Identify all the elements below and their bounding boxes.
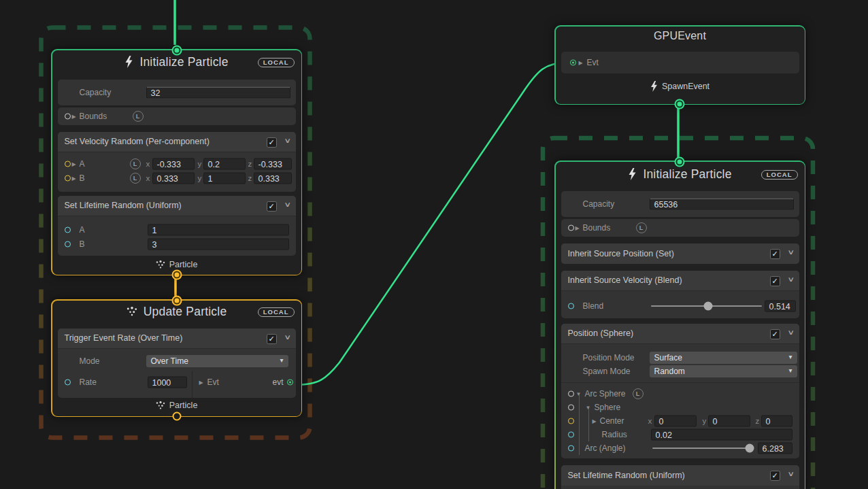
bounds-block: ▶ Bounds L xyxy=(561,219,799,237)
row-label: B xyxy=(80,239,85,249)
x-input[interactable]: 0.333 xyxy=(152,173,195,184)
flow-input-port[interactable] xyxy=(173,297,180,304)
float-port[interactable] xyxy=(65,241,71,248)
edge-evt-to-gpuevent[interactable] xyxy=(294,63,567,385)
node-initialize-particle-right[interactable]: Initialize Particle LOCAL Capacity 65536… xyxy=(554,161,805,489)
vector-port[interactable] xyxy=(65,175,71,182)
float-port[interactable] xyxy=(568,431,574,437)
space-local-icon[interactable]: L xyxy=(133,111,144,122)
space-local-icon[interactable]: L xyxy=(130,173,141,184)
blend-slider-handle[interactable] xyxy=(704,301,713,310)
block-header[interactable]: Inherit Source Position (Set) ✓ ∨ xyxy=(561,243,799,264)
axis-y-label: y xyxy=(703,417,707,425)
radius-input[interactable]: 0.02 xyxy=(651,428,792,440)
block-header[interactable]: Set Velocity Random (Per-component) ✓ ∨ xyxy=(58,132,296,152)
local-badge: LOCAL xyxy=(258,307,295,318)
expander-down-icon[interactable]: ▼ xyxy=(586,404,591,410)
chevron-down-icon[interactable]: ∨ xyxy=(787,470,795,477)
arc-sphere-row: ▼ Arc Sphere L xyxy=(561,387,799,401)
flow-output-port[interactable] xyxy=(173,271,180,278)
blend-slider[interactable] xyxy=(651,305,762,307)
particle-output-label: Particle xyxy=(52,260,301,271)
vector-port[interactable] xyxy=(65,161,71,167)
local-badge: LOCAL xyxy=(258,58,295,68)
expander-icon[interactable]: ▶ xyxy=(72,175,76,182)
block-header[interactable]: Set Lifetime Random (Uniform) ✓ ∨ xyxy=(58,196,296,216)
divider xyxy=(561,382,799,383)
expander-icon[interactable]: ▶ xyxy=(72,113,76,119)
chevron-down-icon[interactable]: ∨ xyxy=(787,275,795,283)
expander-icon[interactable]: ▶ xyxy=(72,161,76,167)
spawn-mode-dropdown[interactable]: Random ▾ xyxy=(650,365,797,377)
expander-down-icon[interactable]: ▼ xyxy=(576,390,582,397)
block-header[interactable]: Inherit Source Velocity (Blend) ✓ ∨ xyxy=(561,271,799,291)
enabled-checkbox[interactable]: ✓ xyxy=(770,329,780,339)
z-input[interactable]: -0.333 xyxy=(254,158,292,170)
space-local-icon[interactable]: L xyxy=(636,222,647,233)
float-port[interactable] xyxy=(568,445,574,451)
flow-output-port[interactable] xyxy=(172,411,181,420)
expander-icon[interactable]: ▶ xyxy=(575,224,580,231)
rate-input[interactable]: 1000 xyxy=(148,376,187,388)
capacity-input[interactable]: 32 xyxy=(146,86,290,98)
node-gpuevent[interactable]: GPUEvent ▶ Evt SpawnEvent xyxy=(554,25,805,105)
enabled-checkbox[interactable]: ✓ xyxy=(267,201,277,212)
arcsphere-port[interactable] xyxy=(568,390,574,397)
float-port[interactable] xyxy=(568,303,574,309)
enabled-checkbox[interactable]: ✓ xyxy=(770,249,780,259)
chevron-down-icon[interactable]: ∨ xyxy=(284,333,291,341)
chevron-down-icon[interactable]: ∨ xyxy=(787,328,795,336)
bounds-port[interactable] xyxy=(568,224,574,231)
enabled-checkbox[interactable]: ✓ xyxy=(267,334,277,344)
z-input[interactable]: 0 xyxy=(761,415,792,426)
a-input[interactable]: 1 xyxy=(148,224,289,236)
arc-input[interactable]: 6.283 xyxy=(758,442,792,454)
z-input[interactable]: 0.333 xyxy=(254,173,292,184)
b-input[interactable]: 3 xyxy=(148,239,289,250)
enabled-checkbox[interactable]: ✓ xyxy=(267,137,277,148)
sphere-port[interactable] xyxy=(568,404,574,410)
position-sphere-block: Position (Sphere) ✓ ∨ Position Mode Surf… xyxy=(561,324,799,458)
block-header[interactable]: Set Lifetime Random (Uniform) ✓ ∨ xyxy=(561,465,799,486)
chevron-down-icon[interactable]: ∨ xyxy=(284,137,291,144)
x-input[interactable]: -0.333 xyxy=(152,158,195,170)
y-input[interactable]: 0 xyxy=(708,415,750,426)
arc-slider[interactable] xyxy=(652,448,753,449)
evt-output-port[interactable] xyxy=(287,379,293,385)
space-local-icon[interactable]: L xyxy=(130,158,141,169)
enabled-checkbox[interactable]: ✓ xyxy=(770,471,780,481)
y-input[interactable]: 1 xyxy=(203,173,246,184)
lightning-icon xyxy=(650,81,658,92)
vector-port[interactable] xyxy=(568,418,574,424)
capacity-input[interactable]: 65536 xyxy=(650,198,794,209)
block-header[interactable]: Position (Sphere) ✓ ∨ xyxy=(561,324,799,344)
evt-input-port[interactable] xyxy=(570,59,576,65)
y-input[interactable]: 0.2 xyxy=(203,158,246,170)
mode-dropdown[interactable]: Over Time ▾ xyxy=(146,355,288,367)
node-update-particle[interactable]: Update Particle LOCAL Trigger Event Rate… xyxy=(51,299,302,417)
x-input[interactable]: 0 xyxy=(654,415,697,426)
block-header[interactable]: Trigger Event Rate (Over Time) ✓ ∨ xyxy=(58,328,296,349)
chevron-down-icon[interactable]: ∨ xyxy=(284,201,291,208)
float-port[interactable] xyxy=(65,227,71,233)
position-mode-dropdown[interactable]: Surface ▾ xyxy=(650,352,797,364)
particle-icon xyxy=(156,260,165,269)
space-local-icon[interactable]: L xyxy=(633,388,644,399)
rate-row: Rate 1000 ▶ Evt evt xyxy=(58,373,296,391)
vfx-graph-canvas[interactable]: { "glyphs": { "check": "✓", "chevron": "… xyxy=(0,0,868,489)
expander-icon[interactable]: ▶ xyxy=(592,418,597,424)
evt-label: Evt xyxy=(587,58,599,67)
bounds-port[interactable] xyxy=(65,113,71,119)
node-initialize-particle-left[interactable]: Initialize Particle LOCAL Capacity 32 ▶ … xyxy=(51,49,302,275)
radius-row: Radius 0.02 xyxy=(561,428,799,441)
position-mode-label: Position Mode xyxy=(583,353,635,362)
enabled-checkbox[interactable]: ✓ xyxy=(770,276,780,286)
chevron-down-icon[interactable]: ∨ xyxy=(787,248,795,256)
spawn-mode-value: Random xyxy=(654,367,685,376)
flow-output-port[interactable] xyxy=(675,100,683,107)
flow-input-port[interactable] xyxy=(173,46,180,54)
blend-input[interactable]: 0.514 xyxy=(765,300,796,311)
arc-slider-handle[interactable] xyxy=(746,443,754,452)
float-port[interactable] xyxy=(65,379,71,385)
flow-input-port[interactable] xyxy=(675,158,683,165)
